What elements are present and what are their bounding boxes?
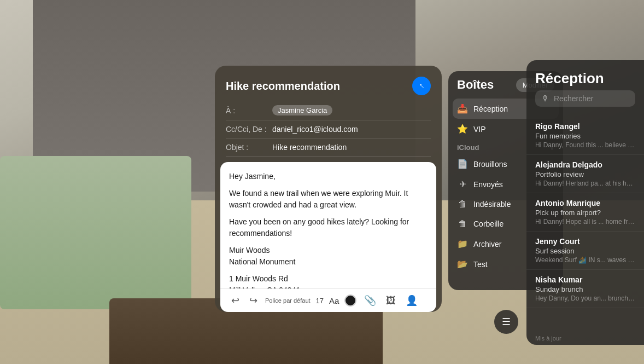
email-body-text[interactable]: Hey Jasmine, We found a new trail when w… bbox=[220, 162, 436, 288]
star-icon: ⭐ bbox=[457, 124, 468, 134]
attach-button[interactable]: 📎 bbox=[362, 293, 378, 308]
email-compose-title: Hike recommendation bbox=[226, 80, 340, 93]
microphone-icon: 🎙 bbox=[542, 94, 549, 103]
email-list-item-2[interactable]: Alejandra Delgado Portfolio review Hi Da… bbox=[526, 155, 644, 193]
body-greeting: Hey Jasmine, bbox=[229, 171, 428, 182]
email-list-item-4[interactable]: Jenny Court Surf session Weekend Surf 🏄 … bbox=[526, 232, 644, 270]
subject-3: Pick up from airport? bbox=[535, 209, 635, 217]
email-header: Hike recommendation ↑ bbox=[215, 66, 442, 101]
search-placeholder: Rechercher bbox=[554, 94, 593, 103]
subject-label: Objet : bbox=[226, 143, 272, 152]
font-aa[interactable]: Aa bbox=[329, 296, 339, 305]
archive-icon: 📁 bbox=[457, 239, 468, 249]
body-address-1: Muir WoodsNational Monument bbox=[229, 245, 428, 268]
icloud-label: iCloud bbox=[457, 143, 479, 152]
subject-value: Hike recommendation bbox=[272, 143, 347, 152]
email-list-item-3[interactable]: Antonio Manrique Pick up from airport? H… bbox=[526, 193, 644, 232]
email-list: Rigo Rangel Fun memories Hi Danny, Found… bbox=[526, 117, 644, 332]
to-field-row: À : Jasmine Garcia bbox=[226, 101, 431, 120]
body-paragraph-2: Have you been on any good hikes lately? … bbox=[229, 216, 428, 239]
preview-1: Hi Danny, Found this ... believe it's be… bbox=[535, 141, 635, 149]
undo-button[interactable]: ↩ bbox=[229, 293, 242, 308]
preview-4: Weekend Surf 🏄 IN s... waves Chill vibes… bbox=[535, 256, 635, 264]
font-size: 17 bbox=[316, 297, 324, 305]
paperplane-icon: ✈ bbox=[457, 179, 468, 189]
preview-3: Hi Danny! Hope all is ... home from Lond… bbox=[535, 218, 635, 226]
send-button[interactable]: ↑ bbox=[412, 77, 431, 95]
email-fields: À : Jasmine Garcia Cc/Cci, De : daniel_r… bbox=[215, 101, 442, 157]
folder-icon: 📂 bbox=[457, 259, 468, 269]
fab-menu-button[interactable]: ☰ bbox=[494, 310, 518, 334]
font-label: Police par défaut bbox=[265, 297, 311, 304]
reception-title: Réception bbox=[535, 70, 635, 87]
send-icon: ↑ bbox=[417, 81, 426, 91]
sender-5: Nisha Kumar bbox=[535, 275, 635, 284]
subject-2: Portfolio review bbox=[535, 170, 635, 178]
body-address-2: 1 Muir Woods RdMill Valley, CA 94941Unit… bbox=[229, 273, 428, 288]
folder-panel-title: Boîtes bbox=[457, 78, 494, 92]
last-updated: Mis à jour bbox=[526, 332, 644, 345]
subject-5: Sunday brunch bbox=[535, 285, 635, 293]
trash-icon: 🗑 bbox=[457, 219, 468, 229]
reception-header: Réception 🎙 Rechercher bbox=[526, 60, 644, 117]
spam-icon: 🗑 bbox=[457, 199, 468, 209]
redo-button[interactable]: ↪ bbox=[247, 293, 260, 308]
email-toolbar: ↩ ↪ Police par défaut 17 Aa 📎 🖼 👤 bbox=[220, 288, 436, 312]
cc-label: Cc/Cci, De : bbox=[226, 125, 272, 134]
doc-icon: 📄 bbox=[457, 159, 468, 169]
image-button[interactable]: 🖼 bbox=[384, 294, 398, 308]
subject-1: Fun memories bbox=[535, 132, 635, 140]
preview-2: Hi Danny! Herland pa... at his housewarm… bbox=[535, 180, 635, 187]
sender-4: Jenny Court bbox=[535, 237, 635, 246]
menu-icon: ☰ bbox=[502, 316, 511, 328]
cc-value: daniel_rico1@icloud.com bbox=[272, 125, 358, 134]
sender-2: Alejandra Delgado bbox=[535, 160, 635, 169]
subject-4: Surf session bbox=[535, 247, 635, 255]
person-button[interactable]: 👤 bbox=[403, 293, 420, 308]
sender-3: Antonio Manrique bbox=[535, 199, 635, 207]
email-list-item-5[interactable]: Nisha Kumar Sunday brunch Hey Danny, Do … bbox=[526, 270, 644, 308]
color-picker[interactable] bbox=[344, 294, 356, 307]
sender-1: Rigo Rangel bbox=[535, 122, 635, 131]
body-paragraph-1: We found a new trail when we were explor… bbox=[229, 188, 428, 211]
email-list-item-1[interactable]: Rigo Rangel Fun memories Hi Danny, Found… bbox=[526, 117, 644, 155]
inbox-icon: 📥 bbox=[457, 103, 468, 114]
subject-field-row: Objet : Hike recommendation bbox=[226, 138, 431, 157]
email-body-container: Hey Jasmine, We found a new trail when w… bbox=[220, 162, 436, 312]
reception-panel: Réception 🎙 Rechercher Rigo Rangel Fun m… bbox=[526, 60, 644, 345]
search-bar[interactable]: 🎙 Rechercher bbox=[535, 90, 635, 107]
to-label: À : bbox=[226, 106, 272, 115]
sofa bbox=[0, 156, 191, 309]
preview-5: Hey Danny, Do you an... brunch on Sunday… bbox=[535, 294, 635, 302]
recipient-badge[interactable]: Jasmine Garcia bbox=[272, 105, 332, 115]
email-compose-panel: Hike recommendation ↑ À : Jasmine Garcia… bbox=[215, 66, 442, 312]
cc-field-row: Cc/Cci, De : daniel_rico1@icloud.com bbox=[226, 120, 431, 138]
